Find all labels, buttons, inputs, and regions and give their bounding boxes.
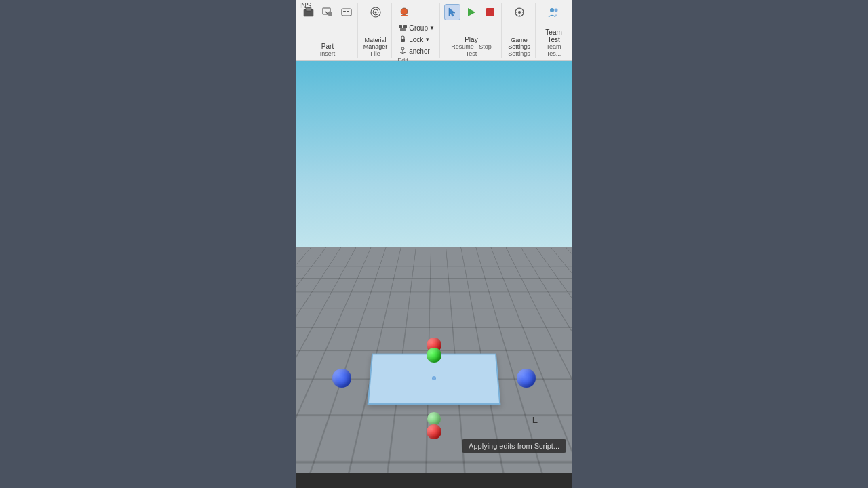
ui-button[interactable] (338, 4, 355, 20)
file-label: File (370, 50, 380, 57)
svg-marker-18 (468, 8, 475, 16)
platform-center-dot (432, 376, 436, 380)
file-material-label: Material Manager (362, 37, 389, 50)
team-test-icons-row (546, 4, 562, 20)
sphere-blue-left (332, 369, 351, 388)
svg-rect-4 (342, 9, 351, 16)
team-test-button[interactable] (546, 4, 562, 20)
sphere-red-bottom (427, 424, 441, 439)
lock-arrow: ▼ (425, 37, 430, 43)
play-label: Play (465, 36, 477, 43)
svg-point-16 (401, 47, 404, 50)
anchor-dropdown[interactable]: anchor (396, 45, 437, 56)
game-settings-label: Game Settings (506, 37, 532, 50)
team-test-group: Team Test Team Tes... (537, 3, 570, 58)
file-icons-row (368, 4, 384, 20)
cursor-indicator: L (531, 413, 545, 429)
color-button[interactable] (396, 4, 412, 20)
edit-top-row (396, 4, 437, 20)
insert-label: Part (321, 43, 334, 50)
ins-label: INS (299, 1, 311, 9)
game-settings-button[interactable] (511, 4, 528, 20)
studio-window: INS Part Insert (296, 0, 572, 488)
svg-text:L: L (532, 415, 538, 425)
status-bar (296, 473, 572, 488)
lock-label: Lock (409, 36, 423, 43)
group-dropdown[interactable]: Group ▼ (396, 22, 437, 33)
svg-rect-13 (403, 25, 407, 28)
svg-rect-15 (401, 39, 405, 42)
import3d-button[interactable] (319, 4, 336, 20)
svg-rect-12 (399, 25, 402, 28)
svg-point-9 (374, 12, 376, 14)
group-arrow: ▼ (429, 25, 435, 31)
viewport[interactable]: L Applying edits from Script... (296, 61, 572, 473)
svg-rect-11 (401, 15, 408, 16)
settings-label: Settings (508, 50, 530, 57)
file-group: Material Manager File (359, 3, 392, 58)
anchor-label: anchor (409, 47, 430, 55)
team-test-sublabel: Team Tes... (540, 43, 568, 57)
left-panel (0, 0, 296, 488)
sphere-blue-right (517, 369, 536, 388)
settings-icons-row (511, 4, 528, 20)
lock-dropdown[interactable]: Lock ▼ (396, 34, 437, 45)
select-tool-button[interactable] (444, 4, 460, 20)
svg-point-21 (518, 11, 521, 14)
stop-button[interactable] (482, 4, 498, 20)
play-button[interactable] (463, 4, 479, 20)
settings-group: Game Settings Settings (503, 3, 536, 58)
test-icons-row (444, 4, 498, 20)
group-label: Group (409, 24, 428, 32)
test-label: Test (466, 50, 477, 57)
svg-point-22 (550, 8, 554, 12)
sphere-green-bottom (427, 412, 441, 426)
toolbar: INS Part Insert (296, 0, 572, 61)
insert-sublabel: Insert (320, 50, 336, 57)
test-group: Play Resume Stop Test (441, 3, 502, 58)
platform-container (366, 338, 502, 419)
toast-message: Applying edits from Script... (462, 439, 566, 453)
svg-rect-14 (400, 28, 406, 30)
app-wrapper: INS Part Insert (0, 0, 868, 488)
material-manager-button[interactable] (368, 4, 384, 20)
svg-rect-19 (486, 8, 494, 16)
svg-rect-5 (343, 11, 346, 12)
resume-stop-label: Resume Stop (451, 43, 492, 50)
sky (296, 61, 572, 267)
edit-group: Group ▼ Lock ▼ anchor Edit (393, 3, 440, 58)
toast-container: Applying edits from Script... (462, 439, 566, 453)
insert-group: Part Insert (298, 3, 358, 58)
svg-rect-3 (328, 12, 332, 16)
sphere-green-top (427, 348, 441, 363)
svg-point-10 (401, 8, 408, 15)
team-test-label: Team Test (540, 28, 568, 43)
svg-point-23 (554, 9, 557, 12)
right-panel (572, 0, 868, 488)
svg-rect-6 (347, 11, 349, 12)
